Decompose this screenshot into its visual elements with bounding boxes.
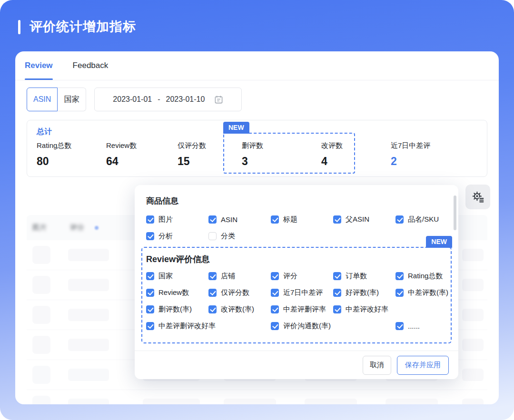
checkbox-checked-icon[interactable] xyxy=(146,305,154,313)
metric-recent-negative: 近7日中差评 2 xyxy=(391,141,430,168)
date-range-picker[interactable]: 2023-01-01 - 2023-01-10 xyxy=(94,88,242,111)
checkbox-checked-icon[interactable] xyxy=(271,272,279,280)
checkbox-item-analysis[interactable]: 分析 xyxy=(146,231,208,241)
save-and-apply-button[interactable]: 保存并应用 xyxy=(397,356,449,375)
checkbox-item-negative-rate[interactable]: 中差评数(率) xyxy=(395,287,448,298)
checkbox-label: 评分 xyxy=(283,272,297,281)
checkbox-checked-icon[interactable] xyxy=(333,289,341,297)
checkbox-item-communication-rate[interactable]: 评价沟通数(率) xyxy=(271,321,395,331)
checkbox-item-asin[interactable]: ASIN xyxy=(208,214,271,225)
metric-rating-total: Rating总数 80 xyxy=(37,141,71,168)
dimension-button-asin[interactable]: ASIN xyxy=(27,88,58,111)
checkbox-item-deleted-rate[interactable]: 删评数(率) xyxy=(146,304,208,314)
checkbox-item-review-count[interactable]: Review数 xyxy=(146,287,208,298)
checkbox-label: 中差评删评率 xyxy=(283,305,326,314)
popup-footer: 取消 保存并应用 xyxy=(135,351,458,379)
checkbox-label: 好评数(率) xyxy=(346,288,379,297)
metric-rating-only: 仅评分数 15 xyxy=(178,141,206,168)
checkbox-checked-icon[interactable] xyxy=(395,322,404,330)
checkbox-label: 分析 xyxy=(158,232,173,241)
checkbox-checked-icon[interactable] xyxy=(271,289,279,297)
gear-list-icon xyxy=(472,191,484,204)
checkbox-checked-icon[interactable] xyxy=(271,322,279,330)
new-metrics-highlight-box: NEW 删评数 3 改评数 4 xyxy=(223,133,355,174)
checkbox-item-more[interactable]: ...... xyxy=(395,321,448,331)
review-info-checkbox-grid: 国家 店铺 评分 订单数 Rating总数 Review数 仅评分数 近7日中差… xyxy=(146,271,447,331)
checkbox-checked-icon[interactable] xyxy=(208,289,217,297)
checkbox-item-rating-only[interactable]: 仅评分数 xyxy=(208,287,271,298)
cancel-button[interactable]: 取消 xyxy=(363,356,391,375)
page-header: 评价统计增加指标 xyxy=(0,0,514,51)
checkbox-checked-icon[interactable] xyxy=(208,215,217,224)
checkbox-label: 订单数 xyxy=(346,272,367,281)
checkbox-unchecked-icon[interactable] xyxy=(208,232,217,240)
checkbox-checked-icon[interactable] xyxy=(333,305,341,313)
checkbox-item-negative-delete-improve-rate[interactable]: 中差评删评改好率 xyxy=(146,321,271,331)
checkbox-checked-icon[interactable] xyxy=(146,289,154,297)
checkbox-item-country[interactable]: 国家 xyxy=(146,271,208,281)
checkbox-item-image[interactable]: 图片 xyxy=(146,214,208,225)
checkbox-checked-icon[interactable] xyxy=(333,215,341,224)
checkbox-label: 评价沟通数(率) xyxy=(283,322,331,331)
checkbox-label: 近7日中差评 xyxy=(283,288,323,297)
checkbox-item-sku[interactable]: 品名/SKU xyxy=(395,214,447,225)
filter-row: ASIN 国家 2023-01-01 - 2023-01-10 xyxy=(27,88,242,111)
checkbox-label: 图片 xyxy=(158,215,173,224)
checkbox-item-negative-delete-rate[interactable]: 中差评删评率 xyxy=(271,304,333,314)
checkbox-item-changed-rate[interactable]: 改评数(率) xyxy=(208,304,271,314)
checkbox-label: 中差评删评改好率 xyxy=(158,322,216,331)
table-row xyxy=(27,390,487,404)
checkbox-item-parent-asin[interactable]: 父ASIN xyxy=(333,214,395,225)
checkbox-item-category[interactable]: 分类 xyxy=(208,231,271,241)
checkbox-checked-icon[interactable] xyxy=(395,289,404,297)
review-info-highlight-section: NEW Review评价信息 国家 店铺 评分 订单数 Rating总数 Rev… xyxy=(141,247,452,343)
tab-review[interactable]: Review xyxy=(25,51,53,80)
checkbox-checked-icon[interactable] xyxy=(271,305,279,313)
checkbox-checked-icon[interactable] xyxy=(146,272,154,280)
checkbox-item-rating-total[interactable]: Rating总数 xyxy=(395,271,448,281)
checkbox-label: 删评数(率) xyxy=(158,305,192,314)
checkbox-checked-icon[interactable] xyxy=(333,272,341,280)
metric-changed-reviews: 改评数 4 xyxy=(321,141,343,168)
dimension-button-country[interactable]: 国家 xyxy=(58,88,86,111)
table-header-image: 图片 xyxy=(32,223,47,232)
checkbox-checked-icon[interactable] xyxy=(146,322,154,330)
tab-feedback[interactable]: Feedback xyxy=(73,51,109,80)
popup-scrollbar[interactable] xyxy=(454,195,456,230)
checkbox-checked-icon[interactable] xyxy=(395,215,404,224)
tab-bar: Review Feedback xyxy=(15,51,499,80)
checkbox-label: Review数 xyxy=(158,288,189,297)
checkbox-label: 分类 xyxy=(221,232,235,241)
checkbox-item-title[interactable]: 标题 xyxy=(271,214,333,225)
checkbox-item-positive-rate[interactable]: 好评数(率) xyxy=(333,287,395,298)
checkbox-label: ASIN xyxy=(221,215,237,224)
checkbox-checked-icon[interactable] xyxy=(208,272,217,280)
checkbox-label: 改评数(率) xyxy=(221,305,254,314)
metric-review-count: Review数 64 xyxy=(106,141,137,168)
checkbox-label: 品名/SKU xyxy=(408,215,439,224)
section-title-product-info: 商品信息 xyxy=(146,195,447,206)
page-background: 评价统计增加指标 Review Feedback ASIN 国家 2023-01… xyxy=(0,0,514,420)
checkbox-item-store[interactable]: 店铺 xyxy=(208,271,271,281)
metric-deleted-reviews: 删评数 3 xyxy=(242,141,263,168)
checkbox-label: 中差评数(率) xyxy=(408,288,448,297)
checkbox-checked-icon[interactable] xyxy=(146,215,154,224)
checkbox-label: 国家 xyxy=(158,272,173,281)
checkbox-label: 店铺 xyxy=(221,272,235,281)
checkbox-label: 父ASIN xyxy=(346,215,369,224)
checkbox-label: ...... xyxy=(408,322,420,330)
checkbox-item-rating[interactable]: 评分 xyxy=(271,271,333,281)
sort-indicator-icon[interactable] xyxy=(95,226,99,230)
date-end: 2023-01-10 xyxy=(166,95,205,104)
checkbox-item-orders[interactable]: 订单数 xyxy=(333,271,395,281)
checkbox-label: Rating总数 xyxy=(408,272,443,281)
checkbox-checked-icon[interactable] xyxy=(146,232,154,240)
calendar-icon xyxy=(214,95,223,104)
column-settings-button[interactable] xyxy=(465,185,490,209)
checkbox-checked-icon[interactable] xyxy=(271,215,279,224)
checkbox-checked-icon[interactable] xyxy=(208,305,217,313)
checkbox-checked-icon[interactable] xyxy=(395,272,404,280)
summary-panel: 总计 Rating总数 80 Review数 64 仅评分数 15 NEW 删评… xyxy=(27,120,487,177)
checkbox-item-negative-improve-rate[interactable]: 中差评改好率 xyxy=(333,304,395,314)
checkbox-item-recent-negative[interactable]: 近7日中差评 xyxy=(271,287,333,298)
